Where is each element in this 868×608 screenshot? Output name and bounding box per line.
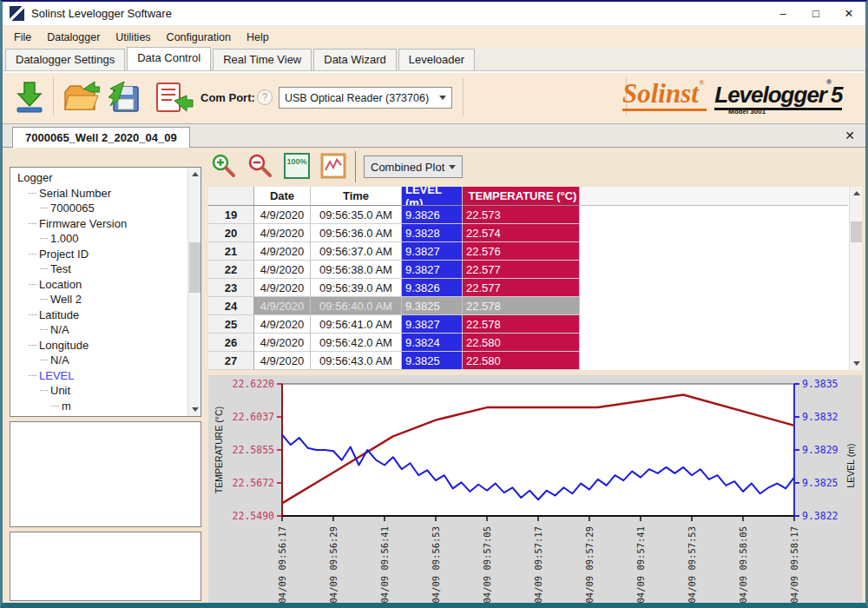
table-row-23[interactable]: 234/9/202009:56:39.0 AM9.382622.577 <box>208 279 580 297</box>
row-number: 27 <box>208 352 254 370</box>
tree-item-well-2[interactable]: Well 2 <box>14 292 201 307</box>
tree-item-unit[interactable]: Unit <box>14 383 201 399</box>
tree-item-label: Longitude <box>39 338 89 354</box>
plot-type-select[interactable]: Combined Plot <box>364 155 463 178</box>
tree-item-test[interactable]: Test <box>14 261 201 277</box>
tree-item-firmware-version[interactable]: Firmware Version <box>14 216 201 232</box>
zoom-in-icon[interactable] <box>211 153 237 179</box>
file-tab-bar: 7000065_Well 2_2020_04_09 ✕ <box>3 124 865 148</box>
tree-connector <box>29 254 36 254</box>
graph-view-icon[interactable] <box>320 153 346 179</box>
scroll-up-icon[interactable] <box>850 187 863 200</box>
cell-level: 9.3827 <box>402 242 463 261</box>
plot-type-value: Combined Plot <box>371 161 444 174</box>
table-row-27[interactable]: 274/9/202009:56:43.0 AM9.382522.580 <box>208 352 580 370</box>
table-row-21[interactable]: 214/9/202009:56:37.0 AM9.382722.576 <box>208 242 580 261</box>
save-data-icon[interactable] <box>107 80 145 115</box>
cell-time: 09:56:42.0 AM <box>311 334 402 352</box>
scrollbar-thumb[interactable] <box>851 221 862 242</box>
tree-connector <box>40 329 48 330</box>
cell-time: 09:56:35.0 AM <box>311 206 402 224</box>
tree-item-serial-number[interactable]: Serial Number <box>14 186 201 202</box>
right-axis-title: LEVEL (m) <box>845 444 856 488</box>
x-tick-label: 04/09 09:57:05 <box>482 526 492 603</box>
combined-plot-panel: 22.622022.603722.585522.567222.54909.383… <box>208 375 862 603</box>
table-row-19[interactable]: 194/9/202009:56:35.0 AM9.382622.573 <box>208 206 580 224</box>
table-row-26[interactable]: 264/9/202009:56:42.0 AM9.382422.580 <box>208 334 580 352</box>
cell-level: 9.3825 <box>402 352 463 370</box>
row-number: 23 <box>208 279 254 297</box>
scrollbar-thumb[interactable] <box>189 242 201 293</box>
cell-date: 4/9/2020 <box>254 297 311 315</box>
com-port-select[interactable]: USB Optical Reader (373706) <box>279 87 452 109</box>
tree-item-n-a[interactable]: N/A <box>14 322 201 338</box>
download-data-icon[interactable] <box>13 80 46 115</box>
left-tick-label: 22.5855 <box>233 444 274 456</box>
tab-datalogger-settings[interactable]: Datalogger Settings <box>5 49 125 70</box>
tree-item-project-id[interactable]: Project ID <box>14 247 201 262</box>
menu-configuration[interactable]: Configuration <box>159 28 239 47</box>
tab-leveloader[interactable]: Leveloader <box>398 49 475 70</box>
solinst-levelogger-logo: Solinst® Levelogger®5 Model 3001 <box>622 78 858 118</box>
info-panel-empty <box>10 421 201 527</box>
tree-item-level[interactable]: LEVEL <box>14 368 201 384</box>
table-header-date: Date <box>254 187 311 206</box>
tree-connector <box>29 284 36 285</box>
scroll-down-icon[interactable] <box>850 357 863 370</box>
menu-datalogger[interactable]: Datalogger <box>39 28 108 47</box>
tree-scrollbar[interactable] <box>187 168 201 416</box>
tree-connector <box>29 223 36 224</box>
scroll-up-icon[interactable] <box>188 168 201 181</box>
x-tick-label: 04/09 09:57:29 <box>584 526 595 603</box>
table-row-25[interactable]: 254/9/202009:56:41.0 AM9.382722.578 <box>208 315 580 334</box>
tree-item-latitude[interactable]: Latitude <box>14 307 201 323</box>
tree-item-1-000[interactable]: 1.000 <box>14 231 201 247</box>
tab-data-wizard[interactable]: Data Wizard <box>313 49 397 70</box>
cell-temperature: 22.576 <box>463 242 580 261</box>
cell-temperature: 22.578 <box>463 315 580 334</box>
table-row-20[interactable]: 204/9/202009:56:36.0 AM9.382822.574 <box>208 224 580 242</box>
tree-item-logger[interactable]: Logger <box>14 170 201 186</box>
maximize-button[interactable]: □ <box>799 2 832 25</box>
scroll-down-icon[interactable] <box>188 403 201 416</box>
window-title: Solinst Levelogger Software <box>31 7 172 20</box>
open-data-icon[interactable] <box>62 80 100 115</box>
export-data-icon[interactable] <box>152 80 194 115</box>
tree-item-longitude[interactable]: Longitude <box>14 338 201 354</box>
menu-help[interactable]: Help <box>239 28 277 47</box>
menu-file[interactable]: File <box>6 28 39 47</box>
tree-item-7000065[interactable]: 7000065 <box>14 201 201 216</box>
tree-connector <box>40 238 48 239</box>
right-tick-label: 9.3832 <box>802 411 838 423</box>
table-scrollbar[interactable] <box>849 187 862 370</box>
tree-item-m[interactable]: m <box>14 399 201 414</box>
main-tab-strip: Datalogger SettingsData ControlReal Time… <box>3 48 865 71</box>
zoom-out-icon[interactable] <box>247 153 273 179</box>
minimize-button[interactable]: – <box>766 2 799 25</box>
tree-item-location[interactable]: Location <box>14 277 201 293</box>
toolbar: Com Port: ? USB Optical Reader (373706) … <box>3 71 865 124</box>
help-icon[interactable]: ? <box>257 89 273 105</box>
tree-connector <box>51 406 59 406</box>
cell-time: 09:56:41.0 AM <box>311 315 402 334</box>
table-header-time: Time <box>311 187 402 206</box>
zoom-100-percent-icon[interactable]: 100% <box>284 153 310 179</box>
solinst-brand-text: Solinst® <box>622 78 707 111</box>
close-button[interactable]: ✕ <box>832 2 865 25</box>
row-number: 21 <box>208 242 254 261</box>
data-table: DateTimeLEVEL (m)TEMPERATURE (°C)194/9/2… <box>208 187 862 370</box>
table-row-24[interactable]: 244/9/202009:56:40.0 AM9.382522.578 <box>208 297 580 315</box>
tree-item-n-a[interactable]: N/A <box>14 353 201 368</box>
menu-utilities[interactable]: Utilities <box>108 28 158 47</box>
tab-data-control[interactable]: Data Control <box>127 47 211 70</box>
tree-item-label: Unit <box>50 383 70 399</box>
table-row-22[interactable]: 224/9/202009:56:38.0 AM9.382722.577 <box>208 261 580 279</box>
tab-real-time-view[interactable]: Real Time View <box>213 49 312 70</box>
tree-connector <box>40 208 48 208</box>
tree-item-label: Project ID <box>39 247 89 262</box>
file-tab[interactable]: 7000065_Well 2_2020_04_09 <box>12 127 190 149</box>
tree-item-label: Location <box>39 277 82 293</box>
combined-plot-chart[interactable]: 22.622022.603722.585522.567222.54909.383… <box>208 375 862 603</box>
app-window: Solinst Levelogger Software – □ ✕ FileDa… <box>0 0 868 608</box>
file-tab-close-icon[interactable]: ✕ <box>845 129 855 142</box>
